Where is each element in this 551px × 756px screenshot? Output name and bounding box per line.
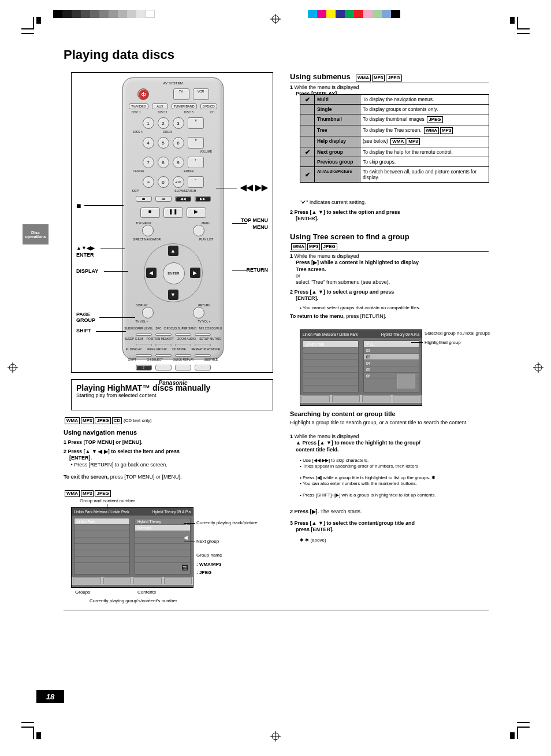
callout-return: RETURN — [247, 267, 269, 273]
callout-enter: ENTER — [76, 252, 94, 258]
callout-group: GROUP — [76, 317, 95, 323]
callout-arrows: ▲▼◀▶ — [76, 245, 95, 251]
tvvideo-button: TV/VIDEO — [129, 103, 148, 109]
disc-labels-2: DISC 4DISC 5 — [123, 130, 223, 134]
registration-mark-icon — [533, 362, 543, 373]
remote-header: AV SYSTEM — [123, 81, 223, 85]
power-icon: ⏻ — [137, 88, 149, 100]
callout-page: PAGE — [76, 312, 91, 317]
arrow-left-icon: ◀ — [146, 268, 157, 278]
tree-heading: Using Tree screen to find a group WMAMP3… — [290, 232, 489, 252]
callout-stop: ■ — [76, 201, 81, 210]
disc-labels-1: DISC 1DISC 2DISC 3CH — [123, 110, 223, 114]
nav-menu-screenshot: Linkin Park Meteora / Linkin Park Hybrid… — [71, 507, 193, 588]
play-icon: ▶ — [187, 207, 206, 218]
registration-mark-icon — [270, 14, 281, 24]
divider — [64, 610, 489, 610]
format-tags: WMAMP3JPEGCD (CD text only) — [64, 417, 152, 424]
format-tags-2: WMAMP3JPEG — [64, 490, 111, 497]
dvdcd-button: DVD/CD — [200, 103, 217, 109]
registration-mark-icon — [8, 362, 18, 373]
manual-subheading: Starting play from selected content — [76, 392, 268, 398]
tv-button: TV — [173, 88, 189, 100]
vcr-button: VCR — [193, 88, 209, 100]
page-title: Playing data discs — [64, 47, 174, 62]
remote-diagram: AV SYSTEM ⏻ TV VCR TV/VIDEO AUX TUNER/BA… — [71, 72, 273, 373]
navmenus-heading: Using navigation menus — [64, 429, 137, 437]
submenu-heading: Using submenus WMAMP3JPEG — [290, 72, 489, 83]
callout-shift: SHIFT — [76, 328, 91, 333]
color-bar — [308, 10, 400, 18]
submenu-options-table: ✔MultiTo display the navigation menus. S… — [300, 94, 489, 183]
callout-search: ◀◀ ▶▶ — [240, 183, 268, 192]
nav-pad: ▲ ▼ ◀ ▶ ENTER — [144, 243, 203, 302]
manual-heading: Playing HighMAT™ discs manually — [76, 383, 268, 392]
tree-screenshot: Linkin Park Meteora / Linkin Park Hybrid… — [300, 329, 422, 406]
callout-topmenu: TOP MENU — [241, 217, 268, 223]
stop-icon: ■ — [140, 207, 160, 218]
arrow-up-icon: ▲ — [168, 246, 178, 256]
manual-play-box: Playing HighMAT™ discs manually Starting… — [71, 379, 273, 410]
tuner-button: TUNER/BAND — [172, 103, 197, 109]
grayscale-bar — [53, 10, 155, 18]
groups-pane: Linkin Park — [74, 518, 130, 575]
sidebar-tab: Disc operations — [23, 224, 49, 244]
pause-icon: ❚❚ — [163, 207, 183, 218]
enter-button: ENTER — [163, 262, 185, 284]
arrow-down-icon: ▼ — [168, 290, 178, 300]
cursor-icon: ◀ — [184, 535, 188, 540]
remote-body: AV SYSTEM ⏻ TV VCR TV/VIDEO AUX TUNER/BA… — [122, 77, 224, 360]
aux-button: AUX — [152, 103, 168, 109]
callout-display: DISPLAY — [76, 268, 98, 274]
page-number: 18 — [36, 690, 64, 703]
search-heading: Searching by content or group title — [290, 410, 396, 418]
registration-mark-icon — [270, 731, 281, 742]
arrow-right-icon: ▶ — [190, 268, 200, 278]
contents-pane: Hybrid Theory Meteora ♪ ◀ 📷 — [135, 518, 191, 575]
camera-icon: 📷 — [182, 565, 188, 570]
callout-menu: MENU — [253, 224, 269, 230]
